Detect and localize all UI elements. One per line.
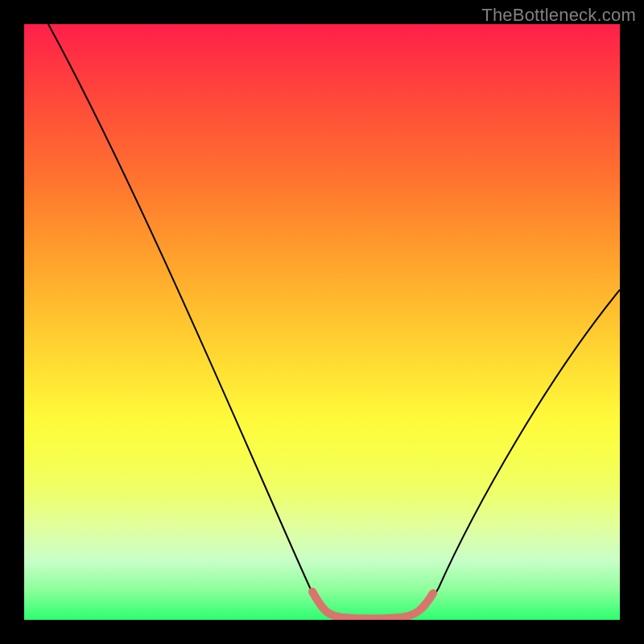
- curve-layer: [24, 24, 620, 620]
- plot-area: [24, 24, 620, 620]
- curve-highlight: [312, 592, 433, 619]
- watermark-text: TheBottleneck.com: [481, 5, 636, 26]
- chart-frame: TheBottleneck.com: [0, 0, 644, 644]
- bottleneck-curve: [48, 24, 620, 619]
